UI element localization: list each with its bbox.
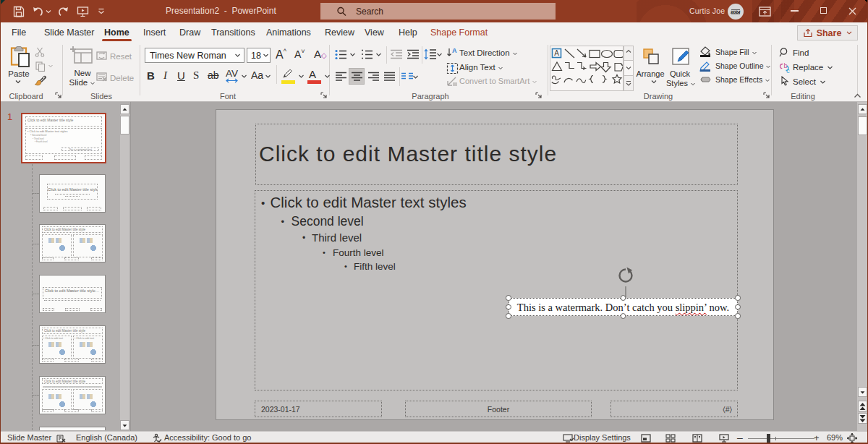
svg-text:𝑊𝑅𝐴: 𝑊𝑅𝐴	[731, 10, 741, 14]
svg-text:A: A	[452, 47, 457, 54]
svg-text:A: A	[554, 49, 559, 57]
